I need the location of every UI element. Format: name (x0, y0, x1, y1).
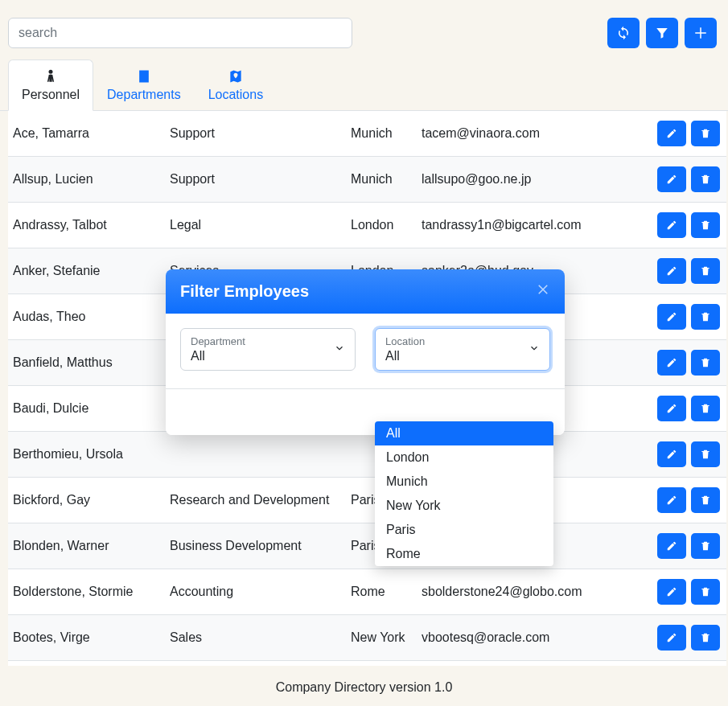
cell-loc: New York (351, 630, 422, 645)
cell-name: Banfield, Matthus (13, 355, 170, 370)
delete-button[interactable] (691, 166, 720, 192)
delete-button[interactable] (691, 121, 720, 146)
tab-personnel[interactable]: Personnel (8, 60, 93, 111)
dropdown-option[interactable]: London (375, 445, 553, 470)
edit-button[interactable] (657, 396, 686, 421)
trash-icon (700, 586, 711, 597)
table-row: Bolderstone, StormieAccountingRomesbolde… (8, 569, 726, 615)
edit-button[interactable] (657, 533, 686, 559)
select-value: All (385, 349, 524, 363)
pencil-icon (666, 449, 677, 460)
cell-name: Andrassy, Talbot (13, 218, 170, 232)
chevron-down-icon (529, 343, 540, 357)
refresh-button[interactable] (607, 18, 640, 48)
delete-button[interactable] (691, 625, 720, 651)
cell-dept: Accounting (170, 585, 351, 599)
pencil-icon (666, 632, 677, 643)
dropdown-option[interactable]: All (375, 421, 553, 445)
pencil-icon (666, 403, 677, 414)
delete-button[interactable] (691, 396, 720, 421)
table-row: Allsup, LucienSupportMunichlallsupo@goo.… (8, 157, 726, 203)
delete-button[interactable] (691, 212, 720, 238)
cell-name: Audas, Theo (13, 310, 170, 324)
trash-icon (700, 128, 711, 139)
filter-modal: Filter Employees Department All Location… (166, 269, 565, 435)
delete-button[interactable] (691, 350, 720, 376)
pencil-icon (666, 128, 677, 139)
cell-dept: Research and Development (170, 493, 351, 507)
edit-button[interactable] (657, 212, 686, 238)
cell-name: Bickford, Gay (13, 493, 170, 507)
select-label: Department (191, 335, 329, 347)
dropdown-option[interactable]: Paris (375, 518, 553, 542)
pencil-icon (666, 495, 677, 506)
cell-dept: Support (170, 126, 351, 141)
chevron-down-icon (334, 343, 345, 357)
cell-loc: Munich (351, 126, 422, 141)
close-icon (536, 282, 550, 297)
table-row: Andrassy, TalbotLegalLondontandrassy1n@b… (8, 203, 726, 248)
plus-icon (693, 26, 708, 40)
tab-departments[interactable]: Departments (93, 60, 195, 111)
location-dropdown: AllLondonMunichNew YorkParisRome (375, 421, 553, 566)
cell-email: tacem@vinaora.com (422, 126, 643, 141)
edit-button[interactable] (657, 441, 686, 467)
modal-title: Filter Employees (180, 282, 309, 301)
add-button[interactable] (685, 18, 717, 48)
cell-dept: Business Development (170, 539, 351, 553)
trash-icon (700, 449, 711, 460)
cell-dept: Sales (170, 630, 351, 645)
tab-label: Locations (208, 88, 264, 102)
footer-text: Company Directory version 1.0 (0, 666, 728, 706)
dropdown-option[interactable]: New York (375, 494, 553, 518)
edit-button[interactable] (657, 258, 686, 284)
tab-label: Personnel (22, 88, 80, 102)
pencil-icon (666, 586, 677, 597)
department-select[interactable]: Department All (180, 328, 356, 371)
location-select[interactable]: Location All (375, 328, 550, 371)
trash-icon (700, 174, 711, 185)
cell-name: Anker, Stefanie (13, 264, 170, 278)
pencil-icon (666, 357, 677, 368)
tab-label: Departments (107, 88, 181, 102)
edit-button[interactable] (657, 625, 686, 651)
person-icon (43, 68, 59, 84)
trash-icon (700, 265, 711, 277)
table-row: Blonden, WarnerBusiness DevelopmentParis… (8, 523, 726, 569)
trash-icon (700, 220, 711, 231)
filter-button[interactable] (646, 18, 678, 48)
edit-button[interactable] (657, 350, 686, 376)
cell-name: Ace, Tamarra (13, 126, 170, 141)
table-row: Bootes, VirgeSalesNew Yorkvbootesq@oracl… (8, 615, 726, 661)
trash-icon (700, 311, 711, 322)
edit-button[interactable] (657, 579, 686, 605)
cell-loc: Rome (351, 585, 422, 599)
dropdown-option[interactable]: Rome (375, 542, 553, 566)
trash-icon (700, 632, 711, 643)
pencil-icon (666, 174, 677, 185)
trash-icon (700, 403, 711, 414)
cell-dept: Support (170, 172, 351, 187)
search-input[interactable] (8, 18, 352, 48)
delete-button[interactable] (691, 258, 720, 284)
dropdown-option[interactable]: Munich (375, 470, 553, 494)
edit-button[interactable] (657, 487, 686, 513)
trash-icon (700, 357, 711, 368)
cell-name: Bolderstone, Stormie (13, 585, 170, 599)
delete-button[interactable] (691, 441, 720, 467)
modal-close-button[interactable] (536, 282, 550, 301)
edit-button[interactable] (657, 304, 686, 330)
delete-button[interactable] (691, 579, 720, 605)
cell-name: Blonden, Warner (13, 539, 170, 553)
delete-button[interactable] (691, 533, 720, 559)
tab-locations[interactable]: Locations (195, 60, 278, 111)
cell-email: lallsupo@goo.ne.jp (422, 172, 643, 187)
pencil-icon (666, 220, 677, 231)
delete-button[interactable] (691, 304, 720, 330)
delete-button[interactable] (691, 487, 720, 513)
edit-button[interactable] (657, 166, 686, 192)
select-label: Location (385, 335, 524, 347)
edit-button[interactable] (657, 121, 686, 146)
pencil-icon (666, 540, 677, 552)
filter-icon (655, 26, 669, 40)
